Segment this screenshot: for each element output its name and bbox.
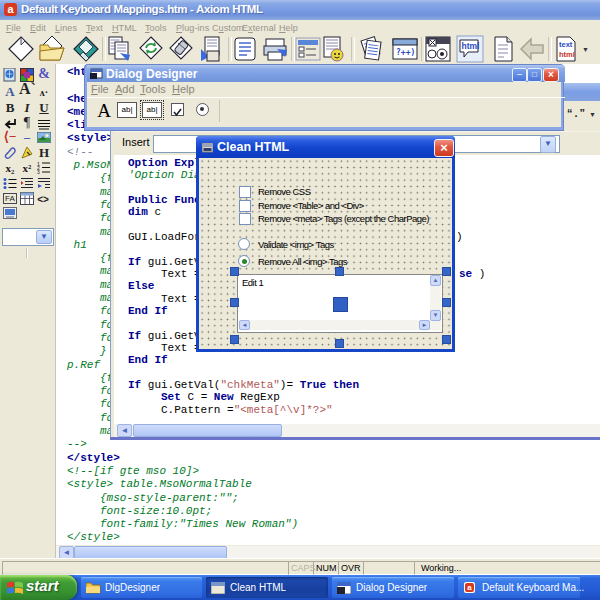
svg-text:3: 3 xyxy=(37,169,40,174)
svg-text:?++): ?++) xyxy=(396,48,415,57)
svg-text:text: text xyxy=(559,40,573,49)
svg-text:html: html xyxy=(559,50,575,59)
svg-text:html: html xyxy=(462,41,480,51)
